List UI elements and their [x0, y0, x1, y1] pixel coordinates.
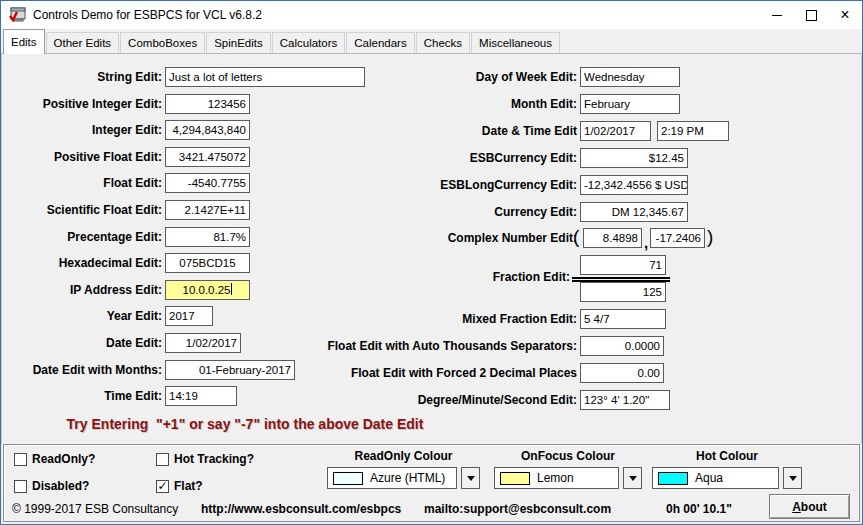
checkbox-label-disabled: Disabled? [32, 479, 89, 493]
text-caret [231, 283, 232, 295]
day-of-week-edit-input[interactable]: Wednesday [580, 67, 680, 87]
esblongcurrency-edit-input[interactable]: -12,342.4556 $ USD [580, 175, 688, 195]
maximize-button[interactable] [794, 1, 828, 29]
close-button[interactable]: × [828, 1, 862, 29]
maximize-icon [806, 10, 817, 21]
chevron-down-icon [467, 476, 475, 481]
date-edit-with-months-label: Date Edit with Months: [2, 363, 162, 377]
tab-miscellaneous[interactable]: Miscellaneous [471, 32, 560, 53]
positive-float-edit-input[interactable]: 3421.475072 [165, 147, 250, 167]
float-auto-thousands-input[interactable]: 0.0000 [580, 336, 664, 356]
checkbox-disabled[interactable]: Disabled? [14, 479, 89, 493]
onfocus-colour-label: OnFocus Colour [494, 449, 642, 463]
hot-colour-combobox[interactable]: Aqua [652, 467, 779, 489]
degree-minute-second-edit-label: Degree/Minute/Second Edit: [282, 393, 577, 407]
hot-colour-value: Aqua [695, 471, 723, 485]
onfocus-colour-swatch [500, 472, 530, 485]
mailto-link[interactable]: mailto:support@esbconsult.com [424, 502, 611, 516]
ip-address-edit-label: IP Address Edit: [2, 283, 162, 297]
readonly-colour-combobox[interactable]: Azure (HTML) [327, 467, 457, 489]
date-edit-with-months-input[interactable]: 01-February-2017 [165, 360, 295, 380]
copyright-text: © 1999-2017 ESB Consultancy [12, 502, 178, 516]
positive-float-edit-label: Positive Float Edit: [2, 150, 162, 164]
date-time-edit-date-input[interactable]: 1/02/2017 [580, 121, 651, 141]
scientific-float-edit-input[interactable]: 2.1427E+11 [165, 200, 250, 220]
currency-edit-label: Currency Edit: [282, 205, 577, 219]
minimize-button[interactable] [760, 1, 794, 29]
readonly-colour-value: Azure (HTML) [370, 471, 445, 485]
fraction-edit-denominator-input[interactable]: 125 [580, 282, 666, 302]
checkbox-readonly[interactable]: ReadOnly? [14, 452, 95, 466]
minimize-icon [772, 15, 782, 16]
mixed-fraction-edit-input[interactable]: 5 4/7 [580, 309, 666, 329]
tab-calendars[interactable]: Calendars [346, 32, 414, 53]
float-edit-label: Float Edit: [2, 176, 162, 190]
month-edit-input[interactable]: February [580, 94, 680, 114]
about-button[interactable]: About [769, 494, 850, 519]
bottom-panel: © 1999-2017 ESB Consultancy http://www.e… [3, 444, 860, 522]
checkbox-label-hot-tracking: Hot Tracking? [174, 452, 254, 466]
integer-edit-input[interactable]: 4,294,843,840 [165, 120, 250, 140]
currency-edit-input[interactable]: DM 12,345.67 [580, 202, 688, 222]
degree-minute-second-edit-input[interactable]: 123° 4' 1.20" [580, 390, 670, 410]
month-edit-label: Month Edit: [282, 97, 577, 111]
readonly-colour-swatch [333, 472, 363, 485]
checkbox-box-hot-tracking [156, 453, 169, 466]
fraction-edit-numerator-input[interactable]: 71 [580, 255, 666, 275]
checkbox-box-readonly [14, 453, 27, 466]
readonly-colour-label: ReadOnly Colour [327, 449, 480, 463]
date-time-edit-time-input[interactable]: 2:19 PM [657, 121, 729, 141]
hexadecimal-edit-input[interactable]: 075BCD15 [165, 253, 250, 273]
float-auto-thousands-label: Float Edit with Auto Thousands Separator… [282, 339, 577, 353]
tab-spinedits[interactable]: SpinEdits [206, 32, 271, 53]
float-forced-2dp-input[interactable]: 0.00 [580, 363, 664, 383]
tab-bar: EditsOther EditsComboBoxesSpinEditsCalcu… [1, 29, 862, 54]
tab-checks[interactable]: Checks [416, 32, 470, 53]
app-window: Controls Demo for ESBPCS for VCL v6.8.2 … [0, 0, 863, 525]
hot-colour-label: Hot Colour [652, 449, 802, 463]
year-edit-label: Year Edit: [2, 309, 162, 323]
readonly-colour-dropdown-button[interactable] [461, 467, 480, 489]
precentage-edit-label: Precentage Edit: [2, 230, 162, 244]
hot-colour-swatch [658, 472, 688, 485]
checkbox-hot-tracking[interactable]: Hot Tracking? [156, 452, 254, 466]
complex-number-edit-imaginary-input[interactable]: -17.2406 [650, 228, 705, 248]
onfocus-colour-combobox[interactable]: Lemon [494, 467, 619, 489]
year-edit-input[interactable]: 2017 [165, 306, 213, 326]
esbcurrency-edit-input[interactable]: $12.45 [580, 148, 688, 168]
float-edit-input[interactable]: -4540.7755 [165, 173, 250, 193]
checkbox-box-disabled [14, 480, 27, 493]
date-time-edit-label: Date & Time Edit [282, 124, 577, 138]
hexadecimal-edit-label: Hexadecimal Edit: [2, 256, 162, 270]
ip-address-edit-input[interactable]: 10.0.0.25 [165, 280, 250, 300]
date-edit-input[interactable]: 1/02/2017 [165, 333, 241, 353]
scientific-float-edit-label: Scientific Float Edit: [2, 203, 162, 217]
complex-number-edit-real-input[interactable]: 8.4898 [583, 228, 642, 248]
chevron-down-icon [629, 476, 637, 481]
website-link[interactable]: http://www.esbconsult.com/esbpcs [201, 502, 401, 516]
complex-paren-left: ( [573, 224, 579, 250]
tab-comboboxes[interactable]: ComboBoxes [120, 32, 205, 53]
esbcurrency-edit-label: ESBCurrency Edit: [282, 151, 577, 165]
window-title: Controls Demo for ESBPCS for VCL v6.8.2 [33, 8, 262, 22]
time-edit-input[interactable]: 14:19 [165, 386, 237, 406]
app-icon [9, 7, 26, 23]
checkbox-box-flat: ✓ [156, 480, 169, 493]
tab-page-edits: Try Entering "+1" or say "-7" into the a… [1, 54, 862, 444]
uptime-timer: 0h 00' 10.1" [666, 502, 732, 516]
fraction-edit-label: Fraction Edit: [282, 270, 570, 284]
integer-edit-label: Integer Edit: [2, 123, 162, 137]
hot-colour-dropdown-button[interactable] [783, 467, 802, 489]
esblongcurrency-edit-label: ESBLongCurrency Edit: [282, 178, 577, 192]
onfocus-colour-value: Lemon [537, 471, 574, 485]
time-edit-label: Time Edit: [2, 389, 162, 403]
precentage-edit-input[interactable]: 81.7% [165, 227, 250, 247]
tab-edits[interactable]: Edits [3, 29, 45, 54]
tab-calculators[interactable]: Calculators [272, 32, 346, 53]
window-controls: × [760, 1, 862, 29]
tab-other-edits[interactable]: Other Edits [46, 32, 120, 53]
checkbox-flat[interactable]: ✓Flat? [156, 479, 203, 493]
onfocus-colour-dropdown-button[interactable] [623, 467, 642, 489]
day-of-week-edit-label: Day of Week Edit: [282, 70, 577, 84]
positive-integer-edit-input[interactable]: 123456 [165, 94, 250, 114]
